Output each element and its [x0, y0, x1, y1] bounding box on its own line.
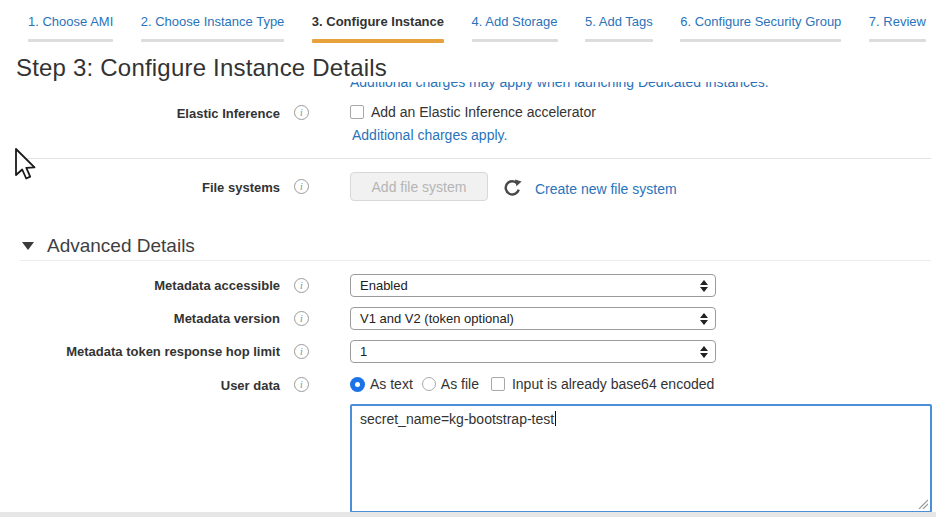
divider	[20, 260, 931, 261]
tab-label: 7. Review	[869, 14, 926, 30]
tab-add-storage[interactable]: 4. Add Storage	[466, 14, 564, 42]
hop-limit-row: Metadata token response hop limit i 1	[0, 340, 936, 363]
tab-configure-security-group[interactable]: 6. Configure Security Group	[674, 14, 847, 42]
info-icon[interactable]: i	[294, 311, 309, 326]
elastic-inference-row: Elastic Inference i Add an Elastic Infer…	[0, 104, 936, 121]
tab-label: 5. Add Tags	[585, 14, 653, 30]
metadata-version-value: V1 and V2 (token optional)	[360, 311, 514, 326]
tab-choose-instance-type[interactable]: 2. Choose Instance Type	[135, 14, 291, 42]
tab-underline	[680, 39, 841, 42]
info-icon[interactable]: i	[294, 278, 309, 293]
tab-label: 6. Configure Security Group	[680, 14, 841, 30]
metadata-version-select[interactable]: V1 and V2 (token optional)	[350, 307, 716, 330]
advanced-details-toggle[interactable]: Advanced Details	[22, 235, 195, 257]
metadata-accessible-select[interactable]: Enabled	[350, 274, 716, 297]
metadata-version-label: Metadata version	[0, 307, 280, 326]
base64-encoded-checkbox-label: Input is already base64 encoded	[512, 376, 714, 392]
info-icon[interactable]: i	[294, 179, 309, 194]
dedicated-instances-charges-link[interactable]: Additional charges may apply when launch…	[350, 82, 920, 90]
tab-underline-active	[312, 39, 444, 43]
user-data-label: User data	[0, 376, 280, 393]
as-text-radio[interactable]	[350, 377, 365, 392]
file-systems-row: File systems i Add file system Create ne…	[0, 172, 936, 201]
as-text-radio-label: As text	[370, 376, 413, 392]
tab-label: 1. Choose AMI	[28, 14, 113, 30]
triangle-down-icon	[22, 242, 34, 250]
hop-limit-select[interactable]: 1	[350, 340, 716, 363]
elastic-inference-label: Elastic Inference	[0, 104, 280, 121]
metadata-accessible-row: Metadata accessible i Enabled	[0, 274, 936, 297]
tab-underline	[472, 39, 558, 42]
tab-underline	[28, 39, 113, 42]
hop-limit-value: 1	[360, 344, 367, 359]
file-systems-label: File systems	[0, 172, 280, 195]
tab-underline	[141, 39, 285, 42]
wizard-step-tabs: 1. Choose AMI 2. Choose Instance Type 3.…	[0, 0, 936, 47]
tab-configure-instance[interactable]: 3. Configure Instance	[306, 14, 450, 43]
create-new-file-system-link[interactable]: Create new file system	[535, 181, 677, 197]
select-stepper-icon	[700, 346, 708, 358]
clipped-dedicated-instances-link-wrap: Additional charges may apply when launch…	[350, 82, 920, 94]
advanced-details-title: Advanced Details	[47, 235, 195, 257]
select-stepper-icon	[700, 313, 708, 325]
refresh-icon[interactable]	[503, 179, 522, 198]
tab-label: 3. Configure Instance	[312, 14, 444, 30]
tab-underline	[869, 39, 926, 42]
user-data-row: User data i As text As file Input is alr…	[0, 376, 936, 393]
tab-underline	[585, 39, 653, 42]
divider	[20, 158, 931, 159]
as-file-radio-label: As file	[441, 376, 479, 392]
configure-instance-page: 1. Choose AMI 2. Choose Instance Type 3.…	[0, 0, 936, 517]
user-data-textarea[interactable]: secret_name=kg-bootstrap-test	[350, 404, 932, 513]
info-icon[interactable]: i	[294, 344, 309, 359]
metadata-version-row: Metadata version i V1 and V2 (token opti…	[0, 307, 936, 330]
hop-limit-label: Metadata token response hop limit	[0, 340, 280, 359]
info-icon[interactable]: i	[294, 377, 309, 392]
elastic-inference-checkbox[interactable]	[350, 105, 364, 119]
elastic-inference-checkbox-label: Add an Elastic Inference accelerator	[371, 104, 596, 120]
info-icon[interactable]: i	[294, 105, 309, 120]
page-title: Step 3: Configure Instance Details	[16, 54, 387, 82]
text-caret	[555, 411, 556, 426]
tab-choose-ami[interactable]: 1. Choose AMI	[22, 14, 119, 42]
metadata-accessible-value: Enabled	[360, 278, 408, 293]
tab-review[interactable]: 7. Review	[863, 14, 932, 42]
base64-encoded-checkbox[interactable]	[491, 377, 505, 391]
tab-label: 4. Add Storage	[472, 14, 558, 30]
add-file-system-button[interactable]: Add file system	[350, 172, 488, 201]
footer-edge	[0, 512, 936, 517]
select-stepper-icon	[700, 280, 708, 292]
additional-charges-link[interactable]: Additional charges apply.	[352, 127, 507, 143]
resize-handle-icon[interactable]	[918, 499, 928, 509]
metadata-accessible-label: Metadata accessible	[0, 274, 280, 293]
as-file-radio[interactable]	[422, 377, 436, 391]
user-data-text: secret_name=kg-bootstrap-test	[360, 411, 554, 427]
tab-label: 2. Choose Instance Type	[141, 14, 285, 30]
tab-add-tags[interactable]: 5. Add Tags	[579, 14, 659, 42]
